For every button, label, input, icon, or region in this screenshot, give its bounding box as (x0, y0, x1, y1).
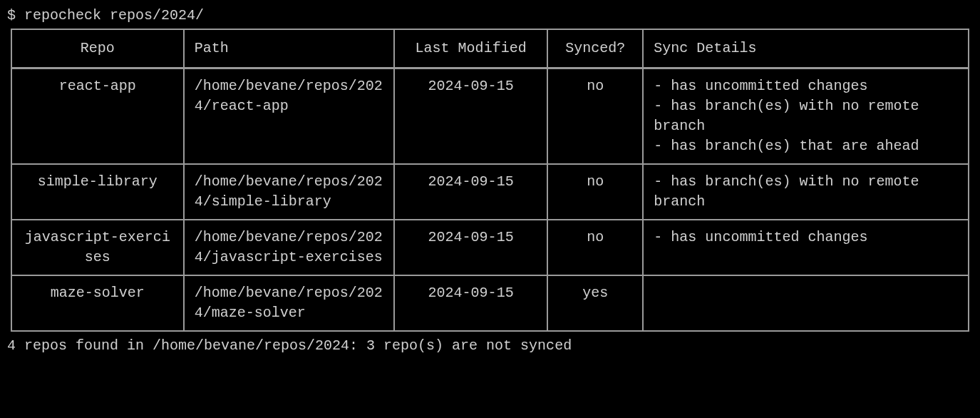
header-synced: Synced? (547, 29, 643, 68)
cell-details (643, 275, 969, 331)
cell-path: /home/bevane/repos/2024/simple-library (184, 164, 394, 220)
table-header-row: Repo Path Last Modified Synced? Sync Det… (11, 29, 969, 68)
table-row: javascript-exercises /home/bevane/repos/… (11, 220, 969, 275)
cell-synced: no (547, 164, 643, 220)
cell-repo: javascript-exercises (11, 220, 184, 275)
cell-modified: 2024-09-15 (394, 220, 547, 275)
cell-modified: 2024-09-15 (394, 68, 547, 165)
cell-synced: no (547, 220, 643, 275)
cell-modified: 2024-09-15 (394, 164, 547, 220)
table-row: simple-library /home/bevane/repos/2024/s… (11, 164, 969, 220)
header-path: Path (184, 29, 394, 68)
shell-prompt: $ (7, 7, 24, 24)
cell-repo: react-app (11, 68, 184, 165)
cell-details: - has uncommitted changes - has branch(e… (643, 68, 969, 165)
table-row: maze-solver /home/bevane/repos/2024/maze… (11, 275, 969, 331)
cell-path: /home/bevane/repos/2024/react-app (184, 68, 394, 165)
cell-repo: maze-solver (11, 275, 184, 331)
cell-path: /home/bevane/repos/2024/javascript-exerc… (184, 220, 394, 275)
cell-details: - has uncommitted changes (643, 220, 969, 275)
table-row: react-app /home/bevane/repos/2024/react-… (11, 68, 969, 165)
table-body: react-app /home/bevane/repos/2024/react-… (11, 68, 969, 332)
header-details: Sync Details (643, 29, 969, 68)
cell-synced: no (547, 68, 643, 165)
cell-synced: yes (547, 275, 643, 331)
header-repo: Repo (11, 29, 184, 68)
cell-modified: 2024-09-15 (394, 275, 547, 331)
repo-table: Repo Path Last Modified Synced? Sync Det… (11, 29, 969, 332)
cell-details: - has branch(es) with no remote branch (643, 164, 969, 220)
cell-path: /home/bevane/repos/2024/maze-solver (184, 275, 394, 331)
command-line: $ repocheck repos/2024/ (7, 6, 973, 26)
header-modified: Last Modified (394, 29, 547, 68)
cell-repo: simple-library (11, 164, 184, 220)
summary-line: 4 repos found in /home/bevane/repos/2024… (7, 336, 973, 356)
command-text: repocheck repos/2024/ (24, 7, 204, 24)
